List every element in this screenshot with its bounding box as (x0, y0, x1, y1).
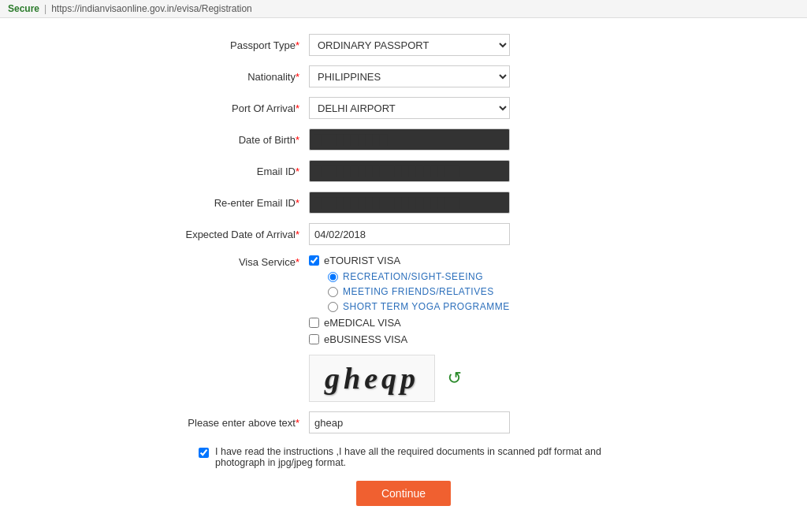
arrival-date-row: Expected Date of Arrival* (120, 223, 687, 245)
captcha-image-row: gheqp ↻ (309, 355, 687, 402)
passport-type-select[interactable]: ORDINARY PASSPORT (309, 34, 510, 56)
dob-label: Date of Birth* (120, 134, 309, 146)
port-of-arrival-label: Port Of Arrival* (120, 102, 309, 114)
consent-text: I have read the instructions ,I have all… (215, 446, 640, 468)
page-wrapper: Passport Type* ORDINARY PASSPORT Nationa… (0, 18, 807, 532)
nationality-row: Nationality* PHILIPPINES (120, 65, 687, 87)
etourist-option: eTOURIST VISA (309, 255, 510, 266)
reemail-star: * (296, 197, 299, 209)
consent-row: I have read the instructions ,I have all… (199, 446, 640, 468)
captcha-image: gheqp (309, 355, 435, 402)
email-row: Email ID* (120, 160, 687, 182)
visa-service-row: Visa Service* eTOURIST VISA RECREATION/S… (120, 255, 687, 345)
dob-row: Date of Birth* (120, 128, 687, 151)
port-of-arrival-select[interactable]: DELHI AIRPORT (309, 97, 510, 119)
emedical-label: eMEDICAL VISA (324, 317, 401, 329)
visa-service-label: Visa Service* (120, 255, 309, 268)
recreation-radio[interactable] (328, 272, 338, 282)
ebusiness-option: eBUSINESS VISA (309, 333, 510, 345)
emedical-checkbox[interactable] (309, 318, 319, 328)
ebusiness-checkbox[interactable] (309, 334, 319, 344)
captcha-input-row: Please enter above text* (120, 411, 687, 433)
port-star: * (296, 102, 299, 114)
meeting-label: MEETING FRIENDS/RELATIVES (343, 286, 494, 297)
yoga-option: SHORT TERM YOGA PROGRAMME (328, 301, 510, 312)
passport-type-label: Passport Type* (120, 39, 309, 51)
browser-bar: Secure | https://indianvisaonline.gov.in… (0, 0, 807, 18)
captcha-input[interactable] (309, 411, 510, 433)
port-of-arrival-row: Port Of Arrival* DELHI AIRPORT (120, 97, 687, 119)
nationality-label: Nationality* (120, 71, 309, 83)
recreation-label: RECREATION/SIGHT-SEEING (343, 271, 483, 282)
form-container: Passport Type* ORDINARY PASSPORT Nationa… (104, 26, 703, 532)
etourist-label: eTOURIST VISA (324, 255, 400, 266)
reemail-input[interactable] (309, 192, 510, 214)
passport-type-row: Passport Type* ORDINARY PASSPORT (120, 34, 687, 56)
arrival-date-label: Expected Date of Arrival* (120, 229, 309, 240)
dob-star: * (296, 134, 299, 146)
recreation-option: RECREATION/SIGHT-SEEING (328, 271, 510, 282)
meeting-option: MEETING FRIENDS/RELATIVES (328, 286, 510, 297)
refresh-captcha-icon[interactable]: ↻ (448, 368, 462, 389)
consent-checkbox[interactable] (199, 448, 209, 458)
reemail-label: Re-enter Email ID* (120, 197, 309, 209)
yoga-radio[interactable] (328, 302, 338, 312)
yoga-label: SHORT TERM YOGA PROGRAMME (343, 301, 510, 312)
etourist-sub-options: RECREATION/SIGHT-SEEING MEETING FRIENDS/… (328, 271, 510, 312)
meeting-radio[interactable] (328, 287, 338, 297)
captcha-display-text: gheqp (325, 361, 419, 396)
visa-options-container: eTOURIST VISA RECREATION/SIGHT-SEEING ME… (309, 255, 510, 345)
reemail-row: Re-enter Email ID* (120, 192, 687, 214)
captcha-input-label: Please enter above text* (120, 417, 309, 429)
email-label: Email ID* (120, 166, 309, 177)
dob-input[interactable] (309, 128, 510, 151)
email-input[interactable] (309, 160, 510, 182)
nationality-star: * (296, 71, 299, 83)
captcha-star: * (296, 417, 299, 429)
continue-button[interactable]: Continue (356, 481, 451, 506)
passport-type-star: * (296, 39, 299, 51)
email-star: * (296, 166, 299, 177)
secure-label: Secure (8, 3, 39, 14)
emedical-option: eMEDICAL VISA (309, 317, 510, 329)
etourist-checkbox[interactable] (309, 255, 319, 266)
continue-row: Continue (120, 481, 687, 506)
browser-divider: | (44, 3, 46, 14)
nationality-select[interactable]: PHILIPPINES (309, 65, 510, 87)
url-display: https://indianvisaonline.gov.in/evisa/Re… (51, 3, 252, 14)
ebusiness-label: eBUSINESS VISA (324, 333, 407, 345)
visa-service-star: * (296, 256, 299, 268)
arrival-date-input[interactable] (309, 223, 510, 245)
arrival-star: * (296, 229, 299, 240)
